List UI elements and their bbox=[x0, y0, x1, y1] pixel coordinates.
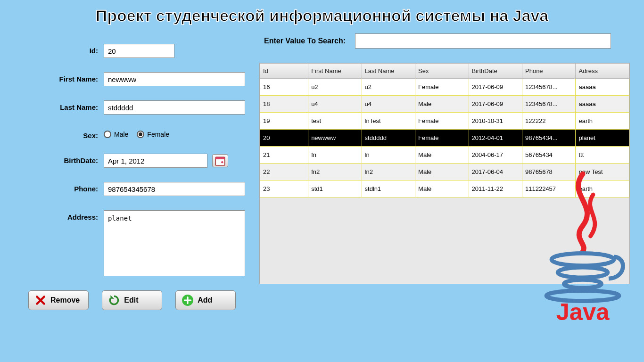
table-cell: 12345678... bbox=[522, 79, 576, 96]
table-cell: stdln1 bbox=[362, 181, 415, 197]
table-cell: 2017-06-09 bbox=[469, 79, 522, 96]
birthdate-label: BirthDate: bbox=[14, 154, 104, 165]
table-cell: earth bbox=[576, 113, 629, 130]
lastname-label: Last Name: bbox=[14, 100, 104, 111]
table-cell: 22 bbox=[260, 164, 308, 181]
table-cell: newwww bbox=[308, 130, 362, 147]
lastname-input[interactable] bbox=[104, 100, 245, 115]
column-header[interactable]: BirthDate bbox=[469, 64, 522, 79]
column-header[interactable]: Phone bbox=[522, 64, 576, 79]
table-cell: fn bbox=[308, 147, 362, 164]
table-cell: Female bbox=[415, 79, 469, 96]
remove-button[interactable]: Remove bbox=[28, 290, 89, 310]
firstname-input[interactable] bbox=[104, 72, 245, 86]
table-cell: 2017-06-04 bbox=[469, 164, 522, 181]
table-cell: aaaaa bbox=[576, 79, 629, 96]
column-header[interactable]: Sex bbox=[415, 64, 469, 79]
table-cell: 18 bbox=[260, 96, 308, 113]
table-cell: fn2 bbox=[308, 164, 362, 181]
column-header[interactable]: Last Name bbox=[362, 64, 415, 79]
table-cell: 56765434 bbox=[522, 147, 576, 164]
plus-icon bbox=[182, 294, 194, 306]
table-cell: earth bbox=[576, 181, 629, 197]
id-input[interactable] bbox=[104, 44, 174, 58]
page-title: Проект студенческой информационной систе… bbox=[0, 0, 644, 29]
search-label: Enter Value To Search: bbox=[264, 37, 346, 45]
add-button[interactable]: Add bbox=[175, 290, 236, 310]
table-cell: Male bbox=[415, 96, 469, 113]
table-cell: Male bbox=[415, 147, 469, 164]
table-cell: new Test bbox=[576, 164, 629, 181]
svg-point-2 bbox=[221, 161, 223, 163]
right-panel: Enter Value To Search: IdFirst NameLast … bbox=[259, 29, 630, 310]
table-cell: 2017-06-09 bbox=[469, 96, 522, 113]
sex-male-label: Male bbox=[114, 131, 128, 138]
table-cell: lnTest bbox=[362, 113, 415, 130]
table-cell: std1 bbox=[308, 181, 362, 197]
data-table-wrap: IdFirst NameLast NameSexBirthDatePhoneAd… bbox=[259, 63, 630, 284]
table-cell: 2004-06-17 bbox=[469, 147, 522, 164]
table-row[interactable]: 22fn2ln2Male2017-06-0498765678new Test bbox=[260, 164, 629, 181]
table-cell: 122222 bbox=[522, 113, 576, 130]
table-cell: Female bbox=[415, 113, 469, 130]
phone-input[interactable] bbox=[104, 182, 245, 196]
table-row[interactable]: 20newwwwstdddddFemale2012-04-0198765434.… bbox=[260, 130, 629, 147]
close-icon bbox=[34, 294, 47, 306]
address-label: Address: bbox=[14, 210, 104, 221]
calendar-button[interactable] bbox=[212, 154, 228, 167]
table-cell: Female bbox=[415, 130, 469, 147]
table-row[interactable]: 16u2u2Female2017-06-0912345678...aaaaa bbox=[260, 79, 629, 96]
table-cell: test bbox=[308, 113, 362, 130]
table-row[interactable]: 18u4u4Male2017-06-0912345678...aaaaa bbox=[260, 96, 629, 113]
table-row[interactable]: 21fnlnMale2004-06-1756765434ttt bbox=[260, 147, 629, 164]
sex-female-label: Female bbox=[147, 131, 169, 138]
id-label: Id: bbox=[14, 44, 104, 55]
table-cell: u2 bbox=[308, 79, 362, 96]
column-header[interactable]: Id bbox=[260, 64, 308, 79]
table-cell: stddddd bbox=[362, 130, 415, 147]
table-cell: 20 bbox=[260, 130, 308, 147]
table-cell: 23 bbox=[260, 181, 308, 197]
table-cell: u4 bbox=[308, 96, 362, 113]
table-cell: ln bbox=[362, 147, 415, 164]
search-input[interactable] bbox=[355, 33, 611, 49]
refresh-icon bbox=[108, 294, 120, 306]
table-cell: 16 bbox=[260, 79, 308, 96]
table-cell: 111222457 bbox=[522, 181, 576, 197]
birthdate-input[interactable] bbox=[104, 154, 207, 168]
table-cell: ln2 bbox=[362, 164, 415, 181]
table-row[interactable]: 23std1stdln1Male2011-11-22111222457earth bbox=[260, 181, 629, 197]
table-cell: ttt bbox=[576, 147, 629, 164]
table-cell: 2011-11-22 bbox=[469, 181, 522, 197]
address-textarea[interactable] bbox=[104, 210, 245, 276]
table-cell: aaaaa bbox=[576, 96, 629, 113]
svg-text:Java: Java bbox=[556, 298, 610, 324]
table-row[interactable]: 19testlnTestFemale2010-10-31122222earth bbox=[260, 113, 629, 130]
table-cell: 12345678... bbox=[522, 96, 576, 113]
table-cell: u4 bbox=[362, 96, 415, 113]
table-cell: 98765678 bbox=[522, 164, 576, 181]
table-cell: planet bbox=[576, 130, 629, 147]
table-cell: 2012-04-01 bbox=[469, 130, 522, 147]
sex-male-radio[interactable]: Male bbox=[104, 131, 128, 138]
table-cell: 98765434... bbox=[522, 130, 576, 147]
column-header[interactable]: First Name bbox=[308, 64, 362, 79]
table-cell: Male bbox=[415, 181, 469, 197]
firstname-label: First Name: bbox=[14, 72, 104, 83]
sex-label: Sex: bbox=[14, 129, 104, 140]
table-cell: 21 bbox=[260, 147, 308, 164]
data-table[interactable]: IdFirst NameLast NameSexBirthDatePhoneAd… bbox=[260, 63, 629, 197]
edit-button[interactable]: Edit bbox=[102, 290, 162, 310]
radio-icon bbox=[104, 131, 111, 138]
sex-female-radio[interactable]: Female bbox=[137, 131, 169, 138]
radio-icon bbox=[137, 131, 144, 138]
edit-label: Edit bbox=[124, 296, 138, 304]
calendar-icon bbox=[214, 155, 226, 167]
remove-label: Remove bbox=[50, 296, 80, 304]
column-header[interactable]: Adress bbox=[576, 64, 629, 79]
svg-rect-1 bbox=[215, 157, 225, 159]
form-panel: Id: First Name: Last Name: Sex: Male Fem… bbox=[14, 29, 245, 310]
table-cell: 2010-10-31 bbox=[469, 113, 522, 130]
add-label: Add bbox=[198, 296, 212, 304]
svg-point-7 bbox=[546, 291, 619, 301]
